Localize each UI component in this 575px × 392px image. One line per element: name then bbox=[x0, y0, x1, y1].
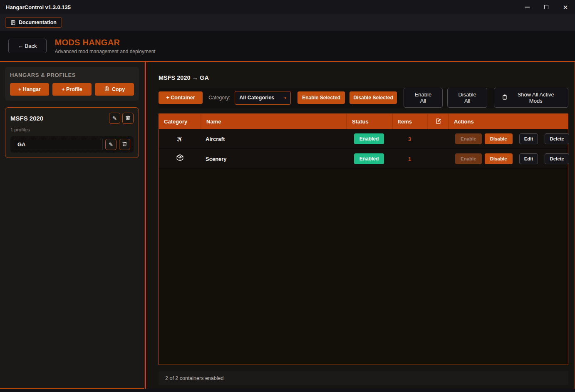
column-header-status: Status bbox=[346, 114, 392, 129]
container-name: Aircraft bbox=[206, 136, 225, 142]
sidebar-button-row: + Hangar + Profile Copy bbox=[10, 83, 134, 96]
category-dropdown-value: All Categories bbox=[239, 95, 274, 101]
documentation-label: Documentation bbox=[19, 20, 57, 25]
container-name-cell: Scenery bbox=[201, 156, 346, 162]
enable-all-button[interactable]: Enable All bbox=[404, 88, 443, 108]
profile-name-input[interactable] bbox=[14, 139, 103, 150]
containers-table: Category Name Status Items Actions bbox=[159, 113, 568, 365]
pencil-icon: ✎ bbox=[109, 141, 113, 148]
disable-all-button[interactable]: Disable All bbox=[447, 88, 488, 108]
show-all-active-mods-button[interactable]: Show All Active Mods bbox=[494, 88, 568, 108]
disable-button[interactable]: Disable bbox=[485, 133, 513, 144]
category-icon-cell: ✈ bbox=[159, 134, 201, 144]
actions-cell: Enable Disable Edit Delete bbox=[448, 133, 574, 144]
content-area: HANGARS & PROFILES + Hangar + Profile Co… bbox=[0, 62, 575, 389]
delete-button[interactable]: Delete bbox=[545, 133, 569, 144]
package-icon bbox=[176, 154, 184, 164]
copy-button[interactable]: Copy bbox=[95, 83, 134, 96]
hangar-name: MSFS 2020 bbox=[10, 115, 43, 122]
add-hangar-button[interactable]: + Hangar bbox=[10, 83, 49, 96]
copy-label: Copy bbox=[112, 86, 125, 92]
container-name: Scenery bbox=[206, 156, 227, 162]
close-button[interactable]: ✕ bbox=[556, 0, 575, 14]
profile-row[interactable]: ✎ bbox=[10, 136, 134, 153]
status-bar: 2 of 2 containers enabled bbox=[159, 371, 568, 385]
page-title: MODS HANGAR bbox=[55, 38, 156, 47]
status-badge: Enabled bbox=[354, 133, 384, 144]
app-title: HangarControl v1.3.0.135 bbox=[6, 4, 71, 10]
delete-hangar-button[interactable] bbox=[122, 113, 134, 124]
page-subtitle: Advanced mod management and deployment bbox=[55, 49, 156, 54]
window-bottom-edge bbox=[0, 389, 575, 392]
edit-profile-button[interactable]: ✎ bbox=[105, 139, 116, 150]
table-row[interactable]: Scenery Enabled 1 Enable Disable Edit De… bbox=[159, 149, 568, 169]
sidebar-section-title: HANGARS & PROFILES bbox=[10, 72, 134, 78]
clipboard-icon bbox=[502, 94, 508, 101]
status-cell: Enabled bbox=[346, 133, 392, 144]
items-cell: 3 bbox=[392, 136, 427, 142]
status-badge: Enabled bbox=[354, 153, 384, 164]
app-window: HangarControl v1.3.0.135 ✕ Documentation… bbox=[0, 0, 575, 392]
clipboard-icon bbox=[104, 86, 109, 93]
book-icon bbox=[10, 20, 16, 25]
disable-button[interactable]: Disable bbox=[485, 153, 513, 164]
hangars-profiles-panel: HANGARS & PROFILES + Hangar + Profile Co… bbox=[5, 67, 139, 101]
page-header-text: MODS HANGAR Advanced mod management and … bbox=[55, 38, 156, 54]
maximize-icon bbox=[544, 5, 548, 9]
minimize-button[interactable] bbox=[518, 0, 537, 14]
items-count: 3 bbox=[408, 136, 411, 142]
delete-profile-button[interactable] bbox=[119, 139, 130, 150]
trash-icon bbox=[125, 115, 131, 122]
add-container-button[interactable]: + Container bbox=[159, 91, 203, 104]
enable-button: Enable bbox=[455, 153, 482, 164]
edit-button[interactable]: Edit bbox=[519, 153, 538, 164]
documentation-button[interactable]: Documentation bbox=[5, 17, 62, 28]
show-all-active-mods-label: Show All Active Mods bbox=[511, 91, 560, 104]
status-cell: Enabled bbox=[346, 153, 392, 164]
airplane-icon: ✈ bbox=[174, 133, 186, 145]
enable-button: Enable bbox=[455, 133, 482, 144]
container-name-cell: Aircraft bbox=[201, 136, 346, 142]
trash-icon bbox=[122, 141, 127, 148]
sidebar: HANGARS & PROFILES + Hangar + Profile Co… bbox=[0, 62, 144, 389]
edit-button[interactable]: Edit bbox=[519, 133, 538, 144]
category-filter-label: Category: bbox=[207, 95, 230, 101]
pencil-icon: ✎ bbox=[112, 115, 117, 121]
add-profile-button[interactable]: + Profile bbox=[52, 83, 92, 96]
back-button[interactable]: ← Back bbox=[8, 39, 47, 53]
titlebar: HangarControl v1.3.0.135 ✕ bbox=[0, 0, 575, 14]
memo-icon bbox=[435, 118, 441, 126]
table-header-row: Category Name Status Items Actions bbox=[159, 114, 568, 129]
close-icon: ✕ bbox=[563, 4, 568, 10]
table-empty-area bbox=[159, 169, 568, 365]
column-header-actions: Actions bbox=[448, 114, 568, 129]
column-header-name: Name bbox=[201, 114, 346, 129]
menu-bar: Documentation bbox=[0, 14, 575, 31]
delete-button[interactable]: Delete bbox=[545, 153, 569, 164]
category-dropdown[interactable]: All Categories ▾ bbox=[235, 91, 291, 105]
main-panel: MSFS 2020 → GA + Container Category: All… bbox=[147, 62, 575, 389]
column-header-category: Category bbox=[159, 114, 201, 129]
breadcrumb: MSFS 2020 → GA bbox=[159, 74, 568, 81]
category-icon-cell bbox=[159, 154, 201, 164]
page-header: ← Back MODS HANGAR Advanced mod manageme… bbox=[0, 31, 575, 61]
actions-cell: Enable Disable Edit Delete bbox=[448, 153, 574, 164]
hangar-card: MSFS 2020 ✎ 1 profiles bbox=[5, 107, 139, 158]
window-controls: ✕ bbox=[518, 0, 575, 14]
chevron-down-icon: ▾ bbox=[284, 96, 286, 100]
column-header-items: Items bbox=[392, 114, 427, 129]
table-row[interactable]: ✈ Aircraft Enabled 3 Enable Disable bbox=[159, 129, 568, 149]
maximize-button[interactable] bbox=[537, 0, 556, 14]
items-cell: 1 bbox=[392, 156, 427, 162]
hangar-card-header: MSFS 2020 ✎ bbox=[10, 113, 134, 124]
edit-hangar-button[interactable]: ✎ bbox=[109, 113, 120, 124]
items-count: 1 bbox=[408, 156, 411, 162]
hangar-actions: ✎ bbox=[109, 113, 134, 124]
minimize-icon bbox=[525, 7, 530, 7]
disable-selected-button[interactable]: Disable Selected bbox=[349, 91, 397, 104]
column-header-notes bbox=[427, 114, 448, 129]
main-toolbar: + Container Category: All Categories ▾ E… bbox=[159, 88, 568, 108]
enable-selected-button[interactable]: Enable Selected bbox=[297, 91, 345, 104]
profiles-count: 1 profiles bbox=[10, 127, 134, 132]
